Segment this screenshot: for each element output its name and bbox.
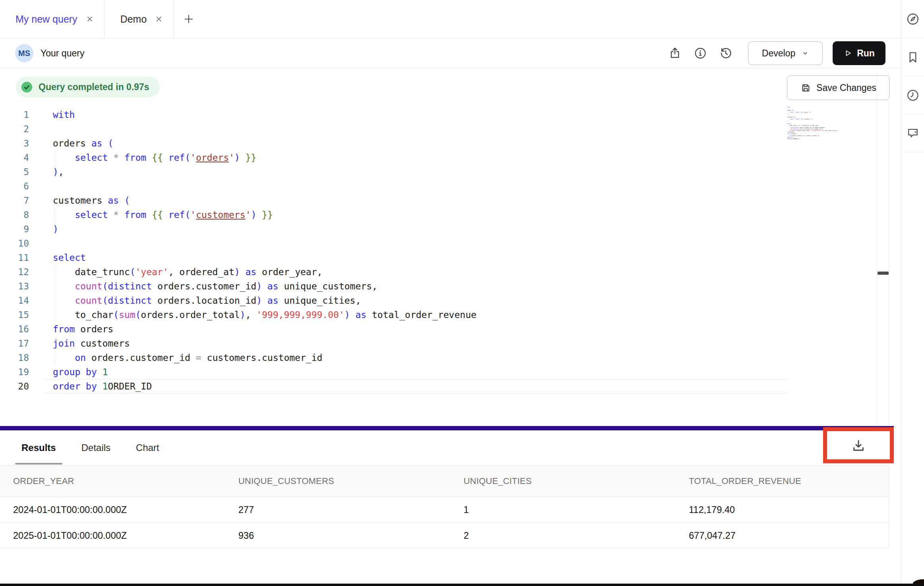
line-number: 5 bbox=[0, 165, 29, 179]
line-number: 11 bbox=[0, 251, 29, 265]
editor-minimap[interactable]: withorders as ( select * from {{ ref('or… bbox=[787, 106, 848, 140]
table-cell: 677,047.27 bbox=[689, 530, 889, 541]
editor-scrollbar-thumb[interactable] bbox=[878, 272, 889, 275]
code-line[interactable]: 1with bbox=[0, 108, 877, 122]
line-number: 18 bbox=[0, 351, 29, 365]
line-number: 9 bbox=[0, 222, 29, 236]
code-line[interactable]: 10 bbox=[0, 236, 877, 251]
screen-bottom-edge bbox=[0, 584, 924, 586]
code-line[interactable]: 2 bbox=[0, 122, 877, 136]
plus-icon bbox=[183, 13, 195, 25]
panel-splitter[interactable] bbox=[0, 426, 894, 430]
table-cell: 277 bbox=[238, 505, 464, 515]
table-cell: 2 bbox=[464, 530, 689, 541]
info-icon bbox=[694, 46, 707, 60]
code-line[interactable]: 9) bbox=[0, 222, 877, 236]
results-tab-bar: ResultsDetailsChart bbox=[0, 430, 901, 465]
editor-tab[interactable]: Demo bbox=[105, 0, 174, 38]
download-icon bbox=[851, 438, 866, 453]
line-number: 13 bbox=[0, 279, 29, 293]
line-number: 14 bbox=[0, 293, 29, 308]
new-tab-button[interactable] bbox=[174, 0, 203, 38]
chat-sparkles-icon bbox=[906, 126, 920, 141]
code-line[interactable]: 16from orders bbox=[0, 322, 877, 336]
share-button[interactable] bbox=[666, 44, 684, 62]
close-icon[interactable] bbox=[85, 15, 94, 23]
close-icon[interactable] bbox=[155, 15, 163, 23]
code-line[interactable]: 5), bbox=[0, 165, 877, 179]
column-header: ORDER_YEAR bbox=[13, 476, 238, 486]
table-cell: 2024-01-01T00:00:00.000Z bbox=[13, 505, 238, 515]
check-icon bbox=[21, 81, 33, 93]
code-line[interactable]: 3orders as ( bbox=[0, 136, 877, 150]
code-line[interactable]: 4 select * from {{ ref('orders') }} bbox=[0, 150, 877, 165]
code-line[interactable]: 8 select * from {{ ref('customers') }} bbox=[0, 208, 877, 222]
save-changes-button[interactable]: Save Changes bbox=[787, 75, 890, 100]
line-number: 12 bbox=[0, 265, 29, 279]
history-button[interactable] bbox=[717, 44, 735, 62]
code-line[interactable]: 12 date_trunc('year', ordered_at) as ord… bbox=[0, 265, 877, 279]
table-row: 2024-01-01T00:00:00.000Z2771112,179.40 bbox=[0, 497, 889, 523]
line-number: 10 bbox=[0, 236, 29, 251]
code-line[interactable]: 19group by 1 bbox=[0, 365, 877, 379]
table-cell: 2025-01-01T00:00:00.000Z bbox=[13, 530, 238, 541]
sidebar-item-explore[interactable] bbox=[902, 0, 924, 38]
line-number: 17 bbox=[0, 336, 29, 351]
code-line[interactable]: 11select bbox=[0, 251, 877, 265]
page-title: Your query bbox=[41, 48, 84, 59]
line-number: 7 bbox=[0, 193, 29, 208]
status-badge: Query completed in 0.97s bbox=[16, 77, 160, 97]
bookmark-icon bbox=[906, 50, 920, 64]
code-line[interactable]: 18 on orders.customer_id = customers.cus… bbox=[0, 351, 877, 365]
sidebar-item-history[interactable] bbox=[902, 76, 924, 114]
scrollbar-track-border bbox=[877, 71, 877, 426]
sidebar-item-bookmarks[interactable] bbox=[902, 38, 924, 76]
code-line[interactable]: 13 count(distinct orders.customer_id) as… bbox=[0, 279, 877, 293]
history-icon bbox=[719, 46, 733, 60]
table-cell: 936 bbox=[238, 530, 464, 541]
column-header: UNIQUE_CUSTOMERS bbox=[238, 476, 464, 486]
code-line[interactable]: 7customers as ( bbox=[0, 193, 877, 208]
run-button[interactable]: Run bbox=[833, 41, 885, 65]
tab-label: My new query bbox=[15, 13, 77, 25]
tab-strip: My new queryDemo bbox=[0, 0, 901, 39]
sql-editor[interactable]: 1with23orders as (4 select * from {{ ref… bbox=[0, 108, 877, 393]
code-line[interactable]: 20order by 1ORDER_ID bbox=[0, 379, 877, 393]
right-sidebar bbox=[901, 0, 924, 586]
compass-icon bbox=[906, 12, 920, 26]
line-number: 20 bbox=[0, 379, 29, 393]
info-button[interactable] bbox=[692, 44, 709, 62]
results-tab-chart[interactable]: Chart bbox=[130, 430, 166, 465]
code-line[interactable]: 6 bbox=[0, 179, 877, 193]
results-tab-results[interactable]: Results bbox=[15, 430, 62, 465]
editor-right-border bbox=[889, 71, 889, 426]
code-line[interactable]: 14 count(distinct orders.location_id) as… bbox=[0, 293, 877, 308]
save-icon bbox=[800, 83, 811, 93]
code-line[interactable]: 15 to_char(sum(orders.order_total), '999… bbox=[0, 308, 877, 322]
line-number: 3 bbox=[0, 136, 29, 150]
develop-dropdown[interactable]: Develop bbox=[748, 41, 823, 65]
play-icon bbox=[843, 49, 852, 58]
table-cell: 112,179.40 bbox=[689, 505, 889, 515]
table-cell: 1 bbox=[464, 505, 689, 515]
code-line[interactable]: 17join customers bbox=[0, 336, 877, 351]
column-header: UNIQUE_CITIES bbox=[464, 476, 689, 486]
save-changes-label: Save Changes bbox=[816, 83, 876, 93]
line-number: 19 bbox=[0, 365, 29, 379]
line-number: 8 bbox=[0, 208, 29, 222]
line-number: 6 bbox=[0, 179, 29, 193]
avatar: MS bbox=[15, 44, 33, 62]
tab-label: Demo bbox=[120, 13, 147, 25]
sidebar-item-assistant[interactable] bbox=[902, 114, 924, 152]
clock-icon bbox=[906, 88, 920, 102]
line-number: 4 bbox=[0, 150, 29, 165]
results-tab-details[interactable]: Details bbox=[75, 430, 117, 465]
editor-tab[interactable]: My new query bbox=[0, 0, 105, 38]
results-table: ORDER_YEARUNIQUE_CUSTOMERSUNIQUE_CITIEST… bbox=[0, 465, 889, 549]
line-number: 2 bbox=[0, 122, 29, 136]
chevron-down-icon bbox=[802, 50, 809, 57]
annotation-highlight-box[interactable] bbox=[823, 427, 894, 463]
status-text: Query completed in 0.97s bbox=[39, 82, 149, 93]
line-number: 15 bbox=[0, 308, 29, 322]
query-header: MS Your query Develop Run bbox=[0, 39, 901, 68]
